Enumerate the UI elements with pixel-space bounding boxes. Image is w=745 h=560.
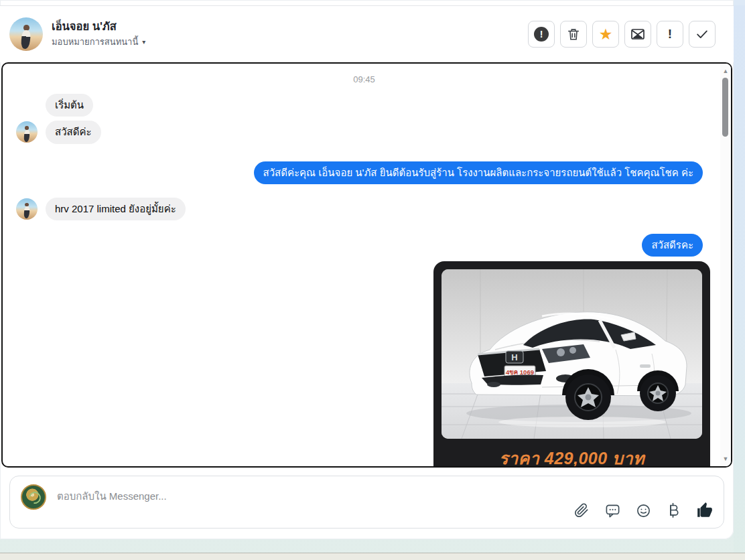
reply-input[interactable]	[56, 490, 474, 502]
composer-actions	[573, 504, 713, 520]
thumbs-up-icon	[696, 502, 714, 522]
message-row: สวัสดีรคะ	[16, 234, 712, 257]
message-bubble-outgoing: สวัสดีรคะ	[642, 234, 703, 257]
like-button[interactable]	[697, 504, 713, 520]
page-logo-avatar	[21, 484, 46, 510]
scroll-down-arrow-icon[interactable]: ▼	[720, 456, 731, 462]
message-row: H 4ขค 1069	[16, 261, 712, 466]
message-row: สวัสดีค่ะคุณ เอ็นจอย น'ภัส ยินดีต้อนรับส…	[16, 161, 712, 184]
mark-done-button[interactable]	[689, 21, 716, 48]
emoji-button[interactable]	[635, 504, 651, 520]
contact-avatar	[9, 17, 43, 51]
chevron-down-icon: ▾	[142, 38, 145, 46]
mark-unread-button[interactable]	[624, 21, 651, 48]
message-row: สวัสดีค่ะ	[16, 121, 712, 143]
attachment-image-card[interactable]: H 4ขค 1069	[433, 261, 710, 466]
smiley-icon	[636, 503, 651, 521]
conversation-header: เอ็นจอย น'ภัส มอบหมายการสนทนานี้ ▾ ! ★	[0, 6, 734, 62]
paperclip-icon	[574, 503, 589, 520]
assign-label: มอบหมายการสนทนานี้	[52, 35, 138, 49]
page-background-right	[734, 5, 745, 553]
exclamation-icon: !	[668, 27, 672, 42]
contact-name: เอ็นจอย น'ภัส	[52, 19, 145, 33]
price-label: ราคา 429,000 บาท	[442, 445, 702, 466]
message-row: hrv 2017 limited ยังอยู่มั้ยค่ะ	[16, 198, 712, 220]
page-background-bottom	[0, 539, 745, 553]
assign-conversation-dropdown[interactable]: มอบหมายการสนทนานี้ ▾	[52, 35, 145, 49]
brand-letter: H	[511, 352, 517, 362]
attach-button[interactable]	[573, 504, 590, 520]
message-bubble-outgoing: สวัสดีค่ะคุณ เอ็นจอย น'ภัส ยินดีต้อนรับส…	[254, 161, 703, 184]
envelope-icon	[630, 26, 646, 42]
car-photo: H 4ขค 1069	[442, 269, 702, 439]
delete-conversation-button[interactable]	[560, 21, 587, 48]
chat-container: 09:45 เริ่มต้น สวัสดีค่ะ สวัสดีค่ะคุณ เอ…	[1, 62, 732, 468]
contact-avatar	[16, 121, 38, 143]
message-bubble: สวัสดีค่ะ	[46, 121, 101, 143]
scrollbar-thumb[interactable]	[722, 78, 728, 137]
message-bubble: hrv 2017 limited ยังอยู่มั้ยค่ะ	[46, 198, 186, 220]
scroll-up-arrow-icon[interactable]: ▲	[720, 68, 731, 74]
exclamation-circle-icon: !	[534, 27, 549, 42]
report-issue-button[interactable]: !	[528, 21, 555, 48]
reply-composer	[9, 476, 724, 529]
message-bubble: เริ่มต้น	[46, 94, 93, 117]
window-bottom-bar	[0, 553, 745, 560]
chat-scrollbar[interactable]: ▲ ▼	[720, 64, 731, 466]
saved-replies-button[interactable]	[604, 504, 620, 520]
timestamp: 09:45	[16, 74, 712, 84]
mark-priority-button[interactable]: !	[657, 21, 683, 48]
trash-icon	[566, 27, 581, 42]
license-plate: 4ขค 1069	[506, 368, 534, 376]
star-icon: ★	[599, 27, 613, 42]
baht-sign-icon	[667, 502, 681, 521]
check-icon	[695, 27, 709, 42]
chat-bubble-dots-icon	[605, 503, 620, 521]
payment-button[interactable]	[666, 504, 682, 520]
chat-scroll-area[interactable]: 09:45 เริ่มต้น สวัสดีค่ะ สวัสดีค่ะคุณ เอ…	[3, 64, 731, 466]
star-conversation-button[interactable]: ★	[592, 21, 619, 48]
contact-avatar	[16, 198, 38, 220]
message-row: เริ่มต้น	[46, 94, 712, 117]
header-actions: ! ★ !	[528, 21, 716, 48]
